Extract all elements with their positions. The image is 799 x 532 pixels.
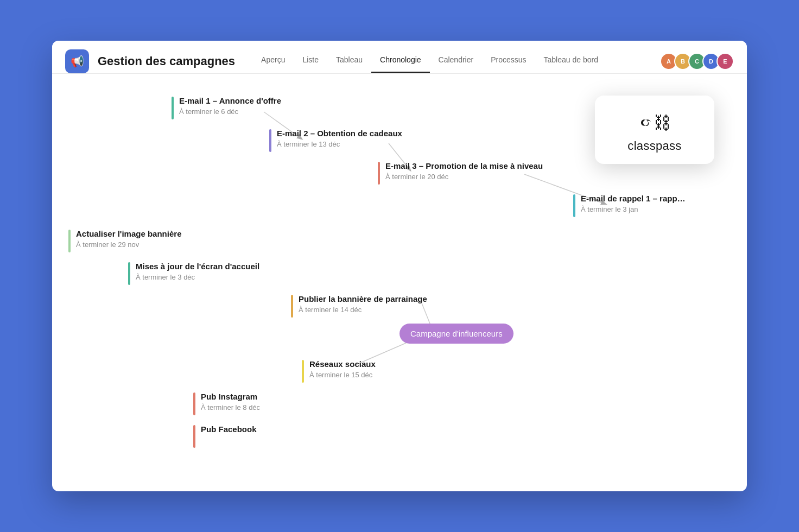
tab-liste[interactable]: Liste bbox=[294, 50, 327, 73]
item-title: Réseaux sociaux bbox=[309, 359, 376, 370]
item-date: À terminer le 13 déc bbox=[277, 140, 402, 148]
item-title: Mises à jour de l'écran d'accueil bbox=[136, 261, 259, 272]
color-bar bbox=[302, 360, 304, 383]
item-title: Pub Instagram bbox=[201, 391, 260, 402]
main-content: E-mail 1 – Annonce d'offre À terminer le… bbox=[52, 74, 747, 482]
item-date: À terminer le 6 déc bbox=[179, 107, 281, 116]
item-title: Pub Facebook bbox=[201, 424, 257, 435]
app-title: Gestion des campagnes bbox=[98, 54, 235, 68]
item-date: À terminer le 8 déc bbox=[201, 403, 260, 411]
color-bar bbox=[172, 97, 174, 119]
tab-apercu[interactable]: Aperçu bbox=[252, 50, 294, 73]
timeline-item-facebook[interactable]: Pub Facebook bbox=[193, 424, 257, 448]
tab-chronologie[interactable]: Chronologie bbox=[371, 50, 430, 73]
color-bar bbox=[193, 425, 195, 448]
tab-tableau-bord[interactable]: Tableau de bord bbox=[535, 50, 607, 73]
item-title: Publier la bannière de parrainage bbox=[299, 294, 427, 305]
app-icon: 📢 bbox=[65, 49, 89, 73]
color-bar bbox=[128, 262, 130, 285]
item-title: E-mail 1 – Annonce d'offre bbox=[179, 96, 281, 106]
item-date: À terminer le 20 déc bbox=[385, 173, 543, 181]
item-title: Actualiser l'image bannière bbox=[76, 229, 181, 239]
avatar-group: A B C D E bbox=[663, 53, 734, 70]
item-date: À terminer le 15 déc bbox=[309, 371, 376, 379]
color-bar bbox=[378, 162, 380, 185]
timeline-item-email2[interactable]: E-mail 2 – Obtention de cadeaux À termin… bbox=[269, 128, 402, 152]
item-date: À terminer le 29 nov bbox=[76, 240, 181, 249]
timeline-item-ecran[interactable]: Mises à jour de l'écran d'accueil À term… bbox=[128, 261, 259, 285]
timeline-item-email3[interactable]: E-mail 3 – Promotion de la mise à niveau… bbox=[378, 161, 543, 185]
item-date: À terminer le 3 jan bbox=[581, 205, 686, 213]
color-bar bbox=[193, 392, 195, 415]
color-bar bbox=[291, 295, 293, 318]
color-bar bbox=[269, 129, 271, 152]
nav-tabs: Aperçu Liste Tableau Chronologie Calendr… bbox=[252, 50, 663, 73]
item-title: E-mail de rappel 1 – rapp… bbox=[581, 193, 686, 204]
color-bar bbox=[573, 194, 575, 217]
timeline-item-email-rappel[interactable]: E-mail de rappel 1 – rapp… À terminer le… bbox=[573, 193, 686, 217]
item-title: E-mail 2 – Obtention de cadeaux bbox=[277, 128, 402, 139]
app-window: 📢 Gestion des campagnes Aperçu Liste Tab… bbox=[52, 41, 747, 491]
influenceurs-pill[interactable]: Campagne d'influenceurs bbox=[400, 324, 513, 344]
classpass-name: classpass bbox=[627, 139, 681, 153]
item-date: À terminer le 14 déc bbox=[299, 306, 427, 314]
app-header: 📢 Gestion des campagnes Aperçu Liste Tab… bbox=[52, 41, 747, 74]
classpass-popup: ⛓ classpass bbox=[595, 96, 714, 164]
item-title: E-mail 3 – Promotion de la mise à niveau bbox=[385, 161, 543, 172]
timeline-item-instagram[interactable]: Pub Instagram À terminer le 8 déc bbox=[193, 391, 260, 415]
item-date: À terminer le 3 déc bbox=[136, 273, 259, 281]
timeline-item-parrainage[interactable]: Publier la bannière de parrainage À term… bbox=[291, 294, 427, 318]
timeline-item-reseaux[interactable]: Réseaux sociaux À terminer le 15 déc bbox=[302, 359, 376, 383]
classpass-logo-icon: ⛓ bbox=[638, 111, 671, 135]
tab-calendrier[interactable]: Calendrier bbox=[430, 50, 483, 73]
tab-tableau[interactable]: Tableau bbox=[327, 50, 371, 73]
timeline-item-email1[interactable]: E-mail 1 – Annonce d'offre À terminer le… bbox=[172, 96, 281, 119]
timeline-item-banniere[interactable]: Actualiser l'image bannière À terminer l… bbox=[68, 229, 181, 252]
megaphone-icon: 📢 bbox=[71, 55, 84, 68]
color-bar bbox=[68, 230, 71, 252]
timeline-item-influenceurs[interactable]: Campagne d'influenceurs bbox=[400, 324, 513, 344]
avatar-5: E bbox=[716, 53, 734, 70]
tab-processus[interactable]: Processus bbox=[482, 50, 535, 73]
